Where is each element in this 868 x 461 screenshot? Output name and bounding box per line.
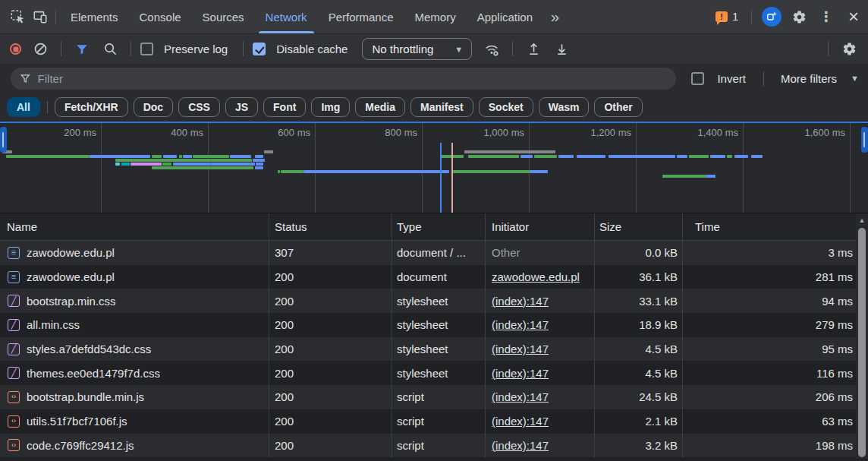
waterfall-bar <box>464 150 555 153</box>
search-icon[interactable] <box>99 38 121 61</box>
table-row[interactable]: ‹›utils.51f7bcf7106f.js200script(index):… <box>0 409 868 434</box>
export-har-icon[interactable] <box>550 38 573 61</box>
request-name: code.c769ffc29412.js <box>27 439 134 452</box>
tab-memory[interactable]: Memory <box>404 0 467 33</box>
initiator-cell: zawodowe.edu.pl <box>486 265 595 289</box>
tab-network[interactable]: Network <box>255 0 318 33</box>
table-row[interactable]: ‹›code.c769ffc29412.js200script(index):1… <box>0 434 868 458</box>
waterfall-bar <box>264 150 273 153</box>
column-header-status[interactable]: Status <box>269 213 392 240</box>
inspect-element-icon[interactable] <box>6 5 29 28</box>
initiator-link[interactable]: (index):147 <box>492 343 549 355</box>
import-har-icon[interactable] <box>522 38 545 61</box>
filter-chip-js[interactable]: JS <box>225 97 258 117</box>
size-cell: 24.5 kB <box>595 385 683 409</box>
filter-chip-wasm[interactable]: Wasm <box>539 97 590 117</box>
filter-chip-media[interactable]: Media <box>355 97 405 117</box>
column-header-initiator[interactable]: Initiator <box>486 213 595 240</box>
clear-network-log-icon[interactable] <box>29 38 52 61</box>
network-settings-gear-icon[interactable] <box>838 38 860 61</box>
waterfall-bar <box>255 166 263 169</box>
scrollbar-up-arrow[interactable]: ▲ <box>859 217 866 224</box>
document-icon: ≡ <box>8 271 20 283</box>
initiator-link[interactable]: (index):147 <box>492 367 549 380</box>
waterfall-bar <box>152 166 253 169</box>
request-name: zawodowe.edu.pl <box>27 246 115 259</box>
name-cell: ‹›code.c769ffc29412.js <box>0 434 269 458</box>
disable-cache-label[interactable]: Disable cache <box>276 43 348 55</box>
type-cell: stylesheet <box>392 361 486 385</box>
divider <box>61 42 61 56</box>
initiator-link[interactable]: zawodowe.edu.pl <box>492 270 580 283</box>
tab-application[interactable]: Application <box>467 0 543 33</box>
table-row[interactable]: ‹›bootstrap.bundle.min.js200script(index… <box>0 385 868 409</box>
filter-chip-other[interactable]: Other <box>594 97 642 117</box>
disable-cache-checkbox[interactable] <box>253 43 266 55</box>
initiator-cell: (index):147 <box>486 337 595 362</box>
table-row[interactable]: ≡zawodowe.edu.pl307document / ...Other0.… <box>0 241 868 265</box>
network-overview[interactable]: 200 ms400 ms600 ms800 ms1,000 ms1,200 ms… <box>0 122 868 213</box>
scrollbar-thumb[interactable] <box>858 228 866 457</box>
preserve-log-checkbox[interactable] <box>140 43 153 55</box>
column-header-size[interactable]: Size <box>595 213 683 240</box>
panel-tabs: ElementsConsoleSourcesNetworkPerformance… <box>60 0 543 33</box>
record-button[interactable] <box>10 43 21 55</box>
timeline-tick-label: 200 ms <box>0 127 96 139</box>
network-conditions-icon[interactable] <box>480 38 503 61</box>
filter-input[interactable] <box>38 72 668 85</box>
column-header-name[interactable]: Name <box>0 213 269 240</box>
waterfall-bar <box>173 163 255 166</box>
close-icon[interactable]: × <box>842 5 865 28</box>
more-tabs-chevron[interactable]: » <box>543 8 568 26</box>
column-header-type[interactable]: Type <box>392 213 486 240</box>
invert-checkbox[interactable] <box>691 72 704 85</box>
waterfall-bar <box>253 159 265 162</box>
waterfall-bar <box>278 170 280 173</box>
waterfall-bar <box>558 155 574 158</box>
timeline-tick-label: 1,200 ms <box>525 127 631 139</box>
filter-funnel-icon[interactable] <box>71 38 93 61</box>
initiator-link[interactable]: (index):147 <box>492 390 549 403</box>
filter-chip-fetchxhr[interactable]: Fetch/XHR <box>55 97 128 117</box>
throttling-select[interactable]: No throttling ▼ <box>362 38 472 60</box>
initiator-link[interactable]: (index):147 <box>492 318 549 331</box>
table-row[interactable]: ╱bootstrap.min.css200stylesheet(index):1… <box>0 289 868 313</box>
table-row[interactable]: ╱all.min.css200stylesheet(index):14718.9… <box>0 313 868 337</box>
filter-chip-img[interactable]: Img <box>311 97 350 117</box>
more-filters-label[interactable]: More filters <box>781 72 837 85</box>
invert-label[interactable]: Invert <box>717 72 746 85</box>
table-row[interactable]: ≡zawodowe.edu.pl200documentzawodowe.edu.… <box>0 265 868 289</box>
name-cell: ≡zawodowe.edu.pl <box>0 265 269 289</box>
issues-counter[interactable]: ! 1 <box>711 11 743 23</box>
table-row[interactable]: ╱styles.a7defdd543dc.css200stylesheet(in… <box>0 337 868 362</box>
waterfall-bar <box>710 155 725 158</box>
divider <box>828 42 829 56</box>
filter-chip-manifest[interactable]: Manifest <box>410 97 473 117</box>
overview-right-handle[interactable] <box>861 127 868 153</box>
filter-chip-socket[interactable]: Socket <box>479 97 533 117</box>
tab-console[interactable]: Console <box>129 0 192 33</box>
chevron-down-icon[interactable]: ▼ <box>851 74 859 83</box>
filter-chip-doc[interactable]: Doc <box>134 97 173 117</box>
tab-elements[interactable]: Elements <box>60 0 129 33</box>
device-toolbar-icon[interactable] <box>29 5 52 28</box>
issues-icon: ! <box>715 11 728 22</box>
request-name: zawodowe.edu.pl <box>27 270 115 283</box>
filter-input-container[interactable] <box>11 68 676 90</box>
filter-chip-all[interactable]: All <box>7 97 40 117</box>
initiator-link[interactable]: (index):147 <box>492 439 549 452</box>
initiator-link[interactable]: (index):147 <box>492 295 549 308</box>
overview-left-handle[interactable] <box>0 127 7 153</box>
vertical-scrollbar[interactable]: ▲ <box>856 213 868 459</box>
settings-gear-icon[interactable] <box>788 5 810 28</box>
filter-chip-css[interactable]: CSS <box>178 97 220 117</box>
initiator-link[interactable]: (index):147 <box>492 415 549 428</box>
menu-dots-icon[interactable]: ⋮ <box>815 5 838 28</box>
column-header-time[interactable]: Time <box>683 213 868 240</box>
filter-chip-font[interactable]: Font <box>263 97 306 117</box>
tab-performance[interactable]: Performance <box>318 0 404 33</box>
ai-assistant-icon[interactable] <box>760 5 783 28</box>
tab-sources[interactable]: Sources <box>192 0 255 33</box>
preserve-log-label[interactable]: Preserve log <box>164 43 228 55</box>
table-row[interactable]: ╱themes.ee0ed1479f7d.css200stylesheet(in… <box>0 361 868 385</box>
